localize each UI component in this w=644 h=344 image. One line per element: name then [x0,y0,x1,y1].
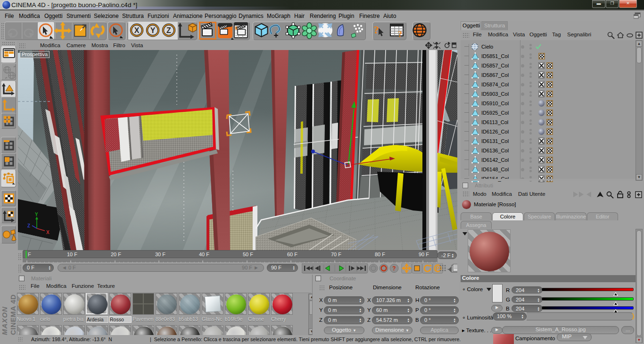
svg-text:?: ? [373,24,379,36]
svg-text:?: ? [398,30,402,39]
svg-text:X: X [46,230,50,235]
svg-text:Y: Y [150,26,156,34]
svg-text:X: X [134,26,140,34]
svg-text:Z: Z [27,223,30,228]
svg-text:Z: Z [166,26,171,34]
svg-text:?: ? [392,265,396,272]
svg-text:Y: Y [35,212,38,217]
svg-text:P: P [436,266,439,271]
